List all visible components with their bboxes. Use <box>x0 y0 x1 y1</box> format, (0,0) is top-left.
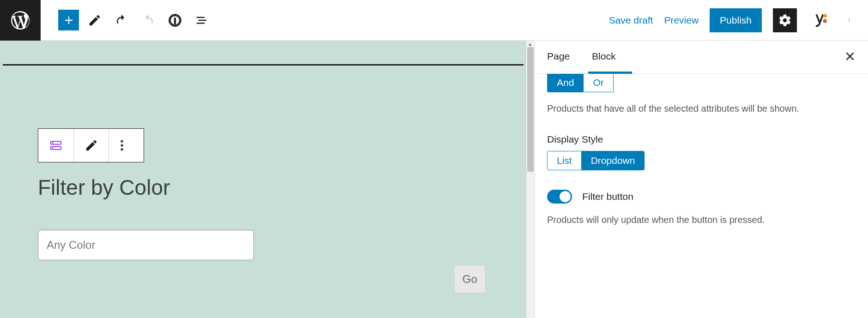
svg-point-10 <box>52 142 54 144</box>
query-and-button[interactable]: And <box>548 73 583 92</box>
redo-icon <box>141 13 155 27</box>
query-or-button[interactable]: Or <box>583 73 613 92</box>
svg-point-11 <box>52 147 54 149</box>
sidebar-tabs: Page Block <box>535 41 868 74</box>
kebab-icon <box>849 13 852 27</box>
pencil-icon <box>84 138 98 152</box>
yoast-icon <box>811 12 827 28</box>
separator-block[interactable] <box>3 64 524 66</box>
canvas-scrollbar[interactable]: ▲ <box>526 41 535 318</box>
filter-button-label: Filter button <box>582 191 633 202</box>
filter-button-help: Products will only update when the butto… <box>547 213 856 227</box>
close-icon <box>844 50 856 62</box>
main-area: Filter by Color Any Color Go ▲ Page Bloc… <box>0 41 868 318</box>
list-view-icon <box>195 13 209 27</box>
edit-mode-button[interactable] <box>84 9 106 31</box>
publish-button[interactable]: Publish <box>710 8 762 32</box>
close-sidebar-button[interactable] <box>844 50 856 64</box>
undo-icon <box>115 13 128 27</box>
redo-button[interactable] <box>137 9 159 31</box>
svg-point-3 <box>823 13 827 17</box>
toggle-knob <box>560 191 571 202</box>
filter-button-toggle[interactable] <box>547 190 572 204</box>
filter-block-icon <box>49 138 63 152</box>
svg-point-4 <box>823 19 827 23</box>
edit-block-button[interactable] <box>73 129 108 162</box>
outline-button[interactable] <box>191 9 213 31</box>
preview-button[interactable]: Preview <box>664 15 699 26</box>
svg-rect-1 <box>175 19 176 23</box>
add-block-button[interactable] <box>58 10 79 30</box>
display-dropdown-button[interactable]: Dropdown <box>581 151 645 170</box>
tab-indicator <box>588 72 632 74</box>
undo-button[interactable] <box>110 9 133 31</box>
settings-sidebar: Page Block And Or Products that have all… <box>535 41 868 318</box>
attribute-dropdown[interactable]: Any Color <box>38 230 254 260</box>
yoast-button[interactable] <box>808 9 830 31</box>
query-type-help: Products that have all of the selected a… <box>547 102 856 115</box>
filter-button-row: Filter button <box>547 190 856 204</box>
save-draft-button[interactable]: Save draft <box>609 15 653 26</box>
pencil-icon <box>88 13 102 27</box>
scrollbar-thumb[interactable] <box>527 47 534 172</box>
block-heading: Filter by Color <box>38 175 170 200</box>
go-button[interactable]: Go <box>455 266 485 293</box>
plus-icon <box>62 14 75 27</box>
more-options-button[interactable] <box>841 9 860 31</box>
settings-button[interactable] <box>773 8 797 32</box>
gear-icon <box>778 13 792 27</box>
svg-point-5 <box>849 18 850 19</box>
wordpress-logo[interactable] <box>0 0 41 41</box>
tab-page[interactable]: Page <box>547 51 570 64</box>
svg-point-6 <box>849 20 850 20</box>
svg-point-12 <box>121 140 123 143</box>
block-more-button[interactable] <box>108 129 144 162</box>
toolbar-left <box>41 9 213 31</box>
tab-block[interactable]: Block <box>592 51 615 64</box>
editor-canvas[interactable]: Filter by Color Any Color Go <box>0 41 526 318</box>
kebab-icon <box>120 138 133 152</box>
top-toolbar: Save draft Preview Publish <box>0 0 868 41</box>
toolbar-right: Save draft Preview Publish <box>609 8 868 32</box>
display-style-label: Display Style <box>547 134 856 145</box>
dropdown-placeholder: Any Color <box>47 239 95 252</box>
wordpress-icon <box>9 9 31 31</box>
block-type-button[interactable] <box>38 129 73 162</box>
svg-rect-2 <box>175 17 176 18</box>
svg-point-7 <box>849 21 850 21</box>
display-list-button[interactable]: List <box>548 151 581 170</box>
document-info-button[interactable] <box>164 9 186 31</box>
svg-point-13 <box>121 144 123 147</box>
scroll-up-arrow[interactable]: ▲ <box>528 42 533 46</box>
svg-point-14 <box>121 148 123 150</box>
block-toolbar <box>38 128 144 162</box>
info-icon <box>168 13 182 27</box>
block-settings-panel: And Or Products that have all of the sel… <box>535 74 868 239</box>
display-style-group: List Dropdown <box>547 151 645 170</box>
query-type-group: And Or <box>547 73 614 92</box>
